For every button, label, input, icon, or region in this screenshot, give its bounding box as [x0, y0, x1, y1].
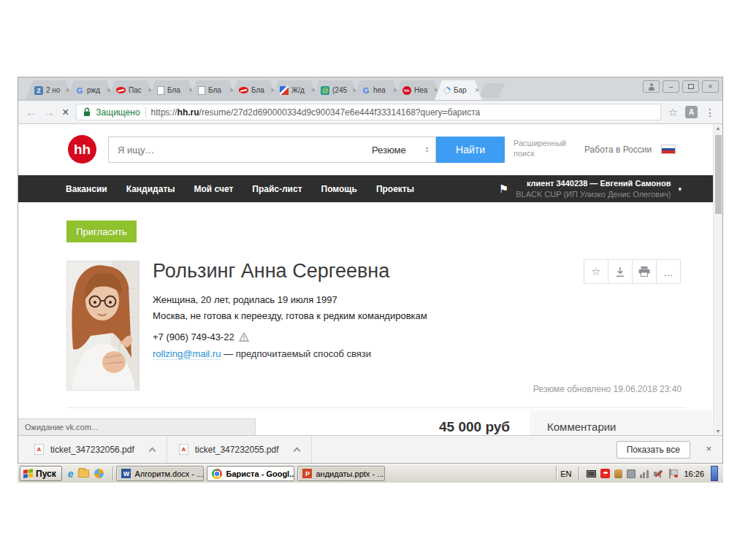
bookmark-star-icon[interactable]: ☆	[668, 106, 678, 119]
favorite-star-button[interactable]: ☆	[584, 259, 608, 284]
browser-tab-google-hea[interactable]: G hea ×	[353, 80, 400, 100]
candidate-location: Москва, не готова к переезду, готова к р…	[153, 310, 427, 321]
nav-item-candidates[interactable]: Кандидаты	[117, 184, 185, 194]
advanced-search-link[interactable]: Расширенный поиск	[514, 139, 572, 159]
address-bar[interactable]: Защищено https://hh.ru/resume/27d2d69000…	[76, 104, 660, 120]
stop-loading-button[interactable]: ×	[62, 106, 69, 119]
scrollbar-thumb[interactable]	[715, 135, 722, 214]
security-alert-flag-icon[interactable]	[668, 469, 677, 478]
language-indicator[interactable]: EN	[560, 469, 571, 478]
download-item[interactable]: A ticket_347232056.pdf	[23, 436, 167, 463]
print-button[interactable]	[632, 259, 657, 284]
nav-item-projects[interactable]: Проекты	[367, 184, 424, 194]
profile-button[interactable]	[643, 80, 660, 93]
nav-item-account[interactable]: Мой счет	[185, 184, 243, 194]
nav-item-pricelist[interactable]: Прайс-лист	[243, 184, 311, 194]
client-info: клиент 3440238 — Евгений Самонов BLACK C…	[516, 178, 671, 199]
select-spinner-icons[interactable]: ▴▾	[426, 146, 428, 153]
railway-favicon	[280, 86, 289, 95]
rzd-favicon	[239, 87, 248, 93]
client-account-menu[interactable]: ⚑ клиент 3440238 — Евгений Самонов BLACK…	[499, 175, 682, 202]
warning-icon[interactable]	[239, 332, 249, 342]
browser-menu-icon[interactable]: ⋮	[705, 107, 715, 118]
back-button[interactable]: ←	[26, 106, 37, 118]
tab-title: Hea	[414, 86, 433, 94]
forward-button[interactable]: →	[44, 106, 55, 118]
download-item[interactable]: A ticket_347232055.pdf	[167, 436, 312, 463]
task-title: Бариста - Googl...	[226, 469, 294, 478]
tab-strip: 2 2 но × G ржд × Пас × Бла × Бла	[18, 77, 722, 101]
tab-close-icon[interactable]: ×	[475, 86, 479, 94]
rzd-favicon	[116, 87, 126, 93]
hh-logo[interactable]: hh	[68, 135, 96, 164]
nav-item-vacancies[interactable]: Вакансии	[56, 184, 117, 194]
browser-tab-rzd-search[interactable]: G ржд ×	[66, 80, 114, 100]
tab-title: Бар	[454, 86, 474, 94]
pdf-extension-icon[interactable]: A	[685, 106, 698, 118]
scroll-down-icon[interactable]: ▼	[714, 429, 722, 434]
candidate-demographics: Женщина, 20 лет, родилась 19 июля 1997	[153, 294, 337, 305]
show-desktop-button[interactable]	[711, 466, 718, 481]
vk-badge-favicon: 2	[34, 86, 43, 95]
url-scheme: https://	[151, 107, 178, 118]
new-tab-button[interactable]	[478, 83, 505, 98]
invite-button[interactable]: Пригласить	[66, 220, 137, 242]
download-menu-chevron-icon[interactable]	[293, 448, 300, 455]
folder-icon[interactable]	[78, 469, 89, 477]
browser-tab-rzd-pass[interactable]: Пас ×	[107, 80, 155, 100]
browser-tab-active-barista[interactable]: Бар ×	[435, 80, 482, 100]
volume-muted-icon[interactable]	[654, 469, 664, 478]
close-downloads-bar-icon[interactable]: ×	[706, 443, 711, 454]
phone-number: +7 (906) 749-43-22	[153, 331, 234, 342]
page-scrollbar[interactable]: ▲ ▼	[713, 124, 722, 435]
close-window-button[interactable]: ×	[702, 80, 719, 93]
taskbar-separator	[579, 467, 579, 480]
comments-panel: Комментарии	[530, 410, 712, 435]
person-icon	[648, 83, 655, 91]
desktop-screen: 2 2 но × G ржд × Пас × Бла × Бла	[0, 0, 748, 560]
powerpoint-icon: P	[302, 469, 312, 478]
chevron-down-icon: ▾	[678, 185, 682, 193]
candidate-photo[interactable]	[66, 261, 140, 391]
maximize-button[interactable]	[682, 80, 699, 93]
more-actions-button[interactable]: ...	[656, 259, 681, 284]
browser-tab-blank3[interactable]: Бла ×	[230, 80, 278, 100]
avira-antivirus-icon[interactable]: ☂	[600, 469, 610, 478]
display-tray-icon[interactable]	[587, 470, 596, 477]
tray-app-icon[interactable]	[627, 469, 636, 478]
task-button-powerpoint[interactable]: P андидаты.pptx - ...	[297, 466, 385, 481]
internet-explorer-icon[interactable]: e	[68, 469, 74, 479]
region-label[interactable]: Работа в России	[584, 145, 652, 155]
download-button[interactable]	[608, 259, 633, 284]
browser-tab-blank2[interactable]: Бла ×	[189, 80, 237, 100]
show-all-downloads-button[interactable]: Показать все	[617, 441, 690, 459]
download-menu-chevron-icon[interactable]	[148, 448, 156, 455]
tray-utility-icon[interactable]	[614, 469, 622, 478]
task-button-chrome-active[interactable]: Бариста - Googl...	[207, 466, 294, 481]
minimize-button[interactable]: –	[663, 80, 679, 93]
nav-item-help[interactable]: Помощь	[312, 184, 367, 194]
comments-title: Комментарии	[547, 421, 616, 433]
browser-tab-vk[interactable]: 2 2 но ×	[26, 80, 73, 100]
browser-tab-hh[interactable]: hh Hea ×	[394, 80, 441, 100]
start-button[interactable]: Пуск	[20, 466, 62, 481]
scroll-up-icon[interactable]: ▲	[714, 126, 722, 131]
network-signal-icon[interactable]	[640, 469, 649, 478]
media-player-icon[interactable]	[94, 469, 104, 478]
candidate-name: Рользинг Анна Сергеевна	[153, 260, 389, 283]
tab-title: ржд	[87, 86, 106, 94]
browser-tab-rail[interactable]: Ж/д ×	[271, 80, 318, 100]
russia-flag-icon[interactable]	[661, 145, 676, 154]
salary-value: 45 000 руб	[439, 419, 510, 435]
task-button-word[interactable]: W Алгоритм.docx - ...	[116, 466, 204, 481]
tab-title: Бла	[208, 86, 229, 94]
search-type-select[interactable]: Резюме ▴▾	[365, 137, 436, 163]
browser-tab-blank1[interactable]: Бла ×	[148, 80, 196, 100]
download-icon	[615, 266, 625, 277]
search-submit-button[interactable]: Найти	[436, 137, 505, 163]
browser-tab-mail[interactable]: @ (245 ×	[312, 80, 359, 100]
client-name: клиент 3440238 — Евгений Самонов	[516, 178, 671, 188]
taskbar-clock[interactable]: 16:26	[682, 469, 706, 478]
search-input[interactable]	[108, 137, 365, 163]
email-link[interactable]: rollzing@mail.ru	[153, 348, 221, 360]
